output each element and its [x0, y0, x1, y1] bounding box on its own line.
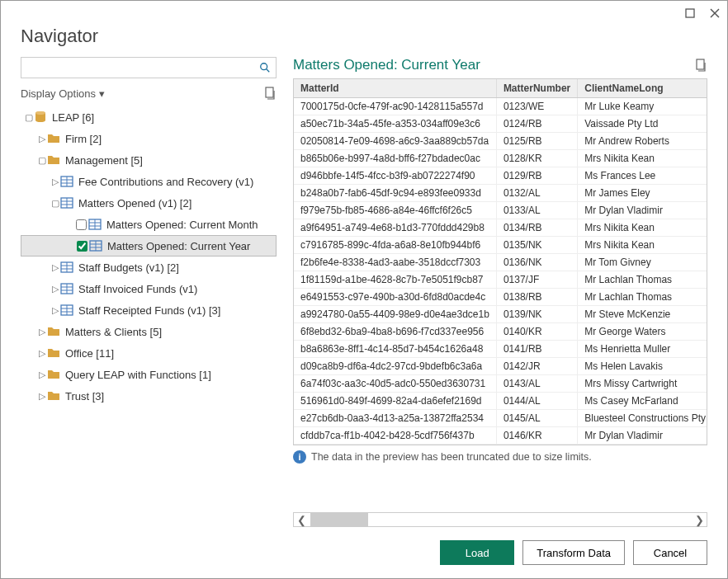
chevron-right-icon[interactable]: ▷ — [50, 305, 60, 316]
table-icon — [60, 175, 73, 188]
table-row[interactable]: b8a6863e-8ff1-4c14-85d7-b454c1626a480141… — [294, 341, 707, 358]
table-row[interactable]: a9924780-0a55-4409-98e9-d0e4ae3dce1b0139… — [294, 306, 707, 323]
folder-icon — [47, 389, 60, 402]
table-cell: b248a0b7-fab6-45df-9c94-e893fee0933d — [294, 185, 496, 202]
table-row[interactable]: 516961d0-849f-4699-82a4-da6efef2169d0144… — [294, 393, 707, 410]
table-cell: 0144/AL — [496, 393, 577, 410]
table-cell: 516961d0-849f-4699-82a4-da6efef2169d — [294, 393, 496, 410]
chevron-right-icon[interactable]: ▷ — [37, 370, 47, 380]
refresh-icon[interactable] — [263, 87, 277, 100]
table-row[interactable]: a9f64951-a749-4e68-b1d3-770fddd429b80134… — [294, 219, 707, 237]
table-row[interactable]: 6a74f03c-aa3c-40d5-adc0-550ed36307310143… — [294, 375, 707, 393]
svg-line-4 — [267, 69, 270, 73]
table-cell: 02050814-7e09-4698-a6c9-3aa889cb57da — [294, 133, 496, 150]
table-row[interactable]: c7916785-899c-4fda-a6a8-8e10fb944bf60135… — [294, 237, 707, 254]
column-header[interactable]: MatterId — [294, 79, 496, 98]
table-cell: 0128/KR — [496, 150, 577, 167]
table-cell: 0141/RB — [496, 341, 577, 358]
table-cell: 1f81159d-a1be-4628-8c7b-7e5051f9cb87 — [294, 271, 496, 289]
chevron-right-icon[interactable]: ▷ — [37, 134, 47, 144]
tree-node-matters-clients[interactable]: ▷ Matters & Clients [5] — [21, 321, 277, 342]
tree-node-office[interactable]: ▷ Office [11] — [21, 342, 277, 364]
table-row[interactable]: 7000175d-0cfe-479f-ac90-1428115a557d0123… — [294, 98, 707, 115]
table-cell: 0146/KR — [496, 427, 577, 445]
tree-node-mo-current-month[interactable]: Matters Opened: Current Month — [21, 214, 277, 235]
folder-icon — [47, 325, 60, 338]
tree-node-query-leap[interactable]: ▷ Query LEAP with Functions [1] — [21, 364, 277, 385]
tree-node-staff-invoiced[interactable]: ▷ Staff Invoiced Funds (v1) — [21, 278, 277, 299]
chevron-right-icon[interactable]: ▷ — [50, 262, 60, 273]
preview-options-icon[interactable] — [694, 59, 707, 72]
table-cell: 7000175d-0cfe-479f-ac90-1428115a557d — [294, 98, 496, 115]
transform-data-button[interactable]: Transform Data — [522, 540, 625, 565]
horizontal-scrollbar[interactable]: ❮ ❯ — [293, 512, 707, 527]
tree-label: Management [5] — [65, 154, 143, 167]
table-cell: Ms Henrietta Muller — [578, 341, 707, 358]
table-row[interactable]: b248a0b7-fab6-45df-9c94-e893fee0933d0132… — [294, 185, 707, 202]
load-button[interactable]: Load — [440, 540, 514, 565]
table-cell: Ms Casey McFarland — [578, 393, 707, 410]
tree-node-leap[interactable]: ▢ LEAP [6] — [21, 106, 277, 128]
table-cell: 0123/WE — [496, 98, 577, 115]
chevron-right-icon[interactable]: ▷ — [37, 348, 47, 359]
table-cell: 6f8ebd32-6ba9-4ba8-b696-f7cd337ee956 — [294, 323, 496, 341]
search-input-wrapper[interactable] — [21, 57, 277, 78]
table-row[interactable]: e27cb6db-0aa3-4d13-a25a-13872ffa25340145… — [294, 410, 707, 427]
tree-node-firm[interactable]: ▷ Firm [2] — [21, 128, 277, 149]
table-row[interactable]: 6f8ebd32-6ba9-4ba8-b696-f7cd337ee9560140… — [294, 323, 707, 341]
search-input[interactable] — [26, 61, 259, 75]
chevron-down-icon[interactable]: ▢ — [50, 198, 60, 209]
table-row[interactable]: f979e75b-fb85-4686-a84e-46ffcf6f26c50133… — [294, 202, 707, 219]
chevron-right-icon[interactable]: ▷ — [37, 327, 47, 337]
folder-icon — [47, 153, 60, 167]
table-cell: Mr Andrew Roberts — [578, 133, 707, 150]
table-cell: cfddb7ca-ff1b-4042-b428-5cdf756f437b — [294, 427, 496, 445]
table-cell: 0129/RB — [496, 167, 577, 185]
cancel-button[interactable]: Cancel — [633, 540, 707, 565]
table-cell: Mrs Nikita Kean — [578, 237, 707, 254]
truncated-note: The data in the preview has been truncat… — [311, 451, 592, 463]
chevron-right-icon[interactable]: ▷ — [50, 177, 60, 187]
table-cell: c7916785-899c-4fda-a6a8-8e10fb944bf6 — [294, 237, 496, 254]
table-cell: b865b06e-b997-4a8d-bff6-f27bdadec0ac — [294, 150, 496, 167]
tree-label: Matters Opened: Current Year — [107, 240, 250, 252]
table-cell: Vaissade Pty Ltd — [578, 115, 707, 133]
table-row[interactable]: 02050814-7e09-4698-a6c9-3aa889cb57da0125… — [294, 133, 707, 150]
chevron-right-icon[interactable]: ▷ — [37, 391, 47, 402]
tree-node-fee-contributions[interactable]: ▷ Fee Contributions and Recovery (v1) — [21, 171, 277, 192]
table-row[interactable]: b865b06e-b997-4a8d-bff6-f27bdadec0ac0128… — [294, 150, 707, 167]
chevron-down-icon[interactable]: ▢ — [24, 112, 34, 123]
table-row[interactable]: d09ca8b9-df6a-4dc2-97cd-9bdefb6c3a6a0142… — [294, 358, 707, 375]
checkbox-mo-current-year[interactable] — [77, 241, 87, 252]
tree-node-trust[interactable]: ▷ Trust [3] — [21, 385, 277, 407]
table-row[interactable]: cfddb7ca-ff1b-4042-b428-5cdf756f437b0146… — [294, 427, 707, 445]
preview-table[interactable]: MatterIdMatterNumberClientNameLong 70001… — [294, 79, 707, 445]
table-cell: Mr George Waters — [578, 323, 707, 341]
tree-node-mo-current-year[interactable]: Matters Opened: Current Year — [21, 235, 277, 257]
display-options-dropdown[interactable]: Display Options ▾ — [21, 87, 105, 100]
column-header[interactable]: ClientNameLong — [578, 79, 707, 98]
svg-rect-36 — [697, 59, 704, 69]
tree-node-management[interactable]: ▢ Management [5] — [21, 149, 277, 171]
table-row[interactable]: d946bbfe-14f5-4fcc-b3f9-ab0722274f900129… — [294, 167, 707, 185]
chevron-down-icon[interactable]: ▢ — [37, 155, 47, 166]
chevron-down-icon: ▾ — [99, 87, 105, 100]
scroll-right-icon[interactable]: ❯ — [692, 514, 707, 526]
tree-node-matters-opened[interactable]: ▢ Matters Opened (v1) [2] — [21, 192, 277, 214]
navigator-tree[interactable]: ▢ LEAP [6] ▷ Firm [2] ▢ Management [5] — [21, 106, 277, 527]
checkbox-mo-current-month[interactable] — [76, 219, 87, 230]
scrollbar-thumb[interactable] — [310, 513, 368, 526]
column-header[interactable]: MatterNumber — [496, 79, 577, 98]
svg-rect-0 — [686, 9, 694, 17]
table-row[interactable]: 1f81159d-a1be-4628-8c7b-7e5051f9cb870137… — [294, 271, 707, 289]
restore-icon[interactable] — [684, 7, 696, 19]
tree-node-staff-receipted[interactable]: ▷ Staff Receipted Funds (v1) [3] — [21, 299, 277, 321]
table-row[interactable]: e6491553-c97e-490b-a30d-6fd8d0acde4c0138… — [294, 289, 707, 306]
close-icon[interactable] — [709, 7, 721, 19]
table-row[interactable]: a50ec71b-34a5-45fe-a353-034aff09e3c60124… — [294, 115, 707, 133]
tree-node-staff-budgets[interactable]: ▷ Staff Budgets (v1) [2] — [21, 257, 277, 278]
chevron-right-icon[interactable]: ▷ — [50, 284, 60, 294]
table-row[interactable]: f2b6fe4e-8338-4ad3-aabe-3518dccf73030136… — [294, 254, 707, 271]
scroll-left-icon[interactable]: ❮ — [294, 514, 309, 526]
search-icon[interactable] — [259, 62, 271, 73]
